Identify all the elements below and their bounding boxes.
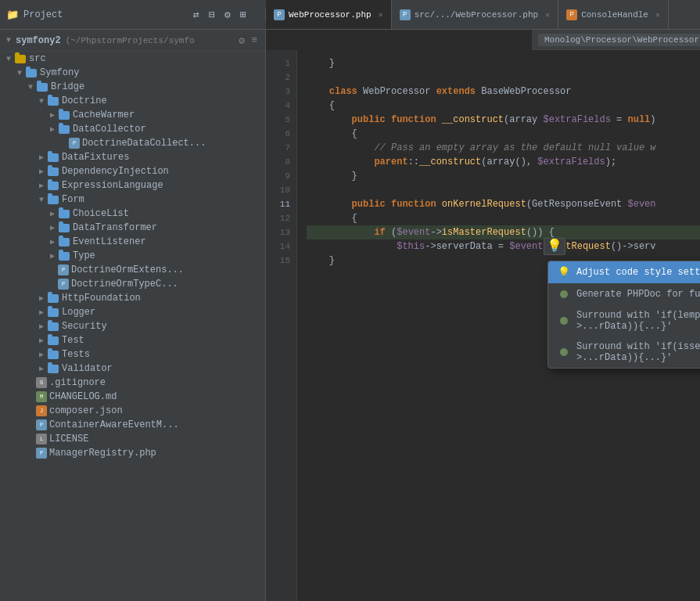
tree-item-logger[interactable]: ▶ Logger — [0, 305, 265, 319]
tree-item-test[interactable]: ▶ Test — [0, 333, 265, 347]
file-icon-managerregistry: P — [36, 448, 47, 459]
tree-item-doctrineormtypec[interactable]: ▶ P DoctrineOrmTypeC... — [0, 277, 265, 291]
line-num-14: 14 — [266, 239, 296, 254]
tab-close-src[interactable]: ✕ — [545, 10, 550, 20]
code-line-14: $this->serverData = $event->getRequest()… — [307, 239, 700, 254]
tree-arrow-httpfoundation: ▶ — [36, 293, 47, 303]
tree-item-expressionlanguage[interactable]: ▶ ExpressionLanguage — [0, 178, 265, 193]
line-num-9: 9 — [266, 169, 296, 183]
tree-item-datatransformer[interactable]: ▶ DataTransformer — [0, 221, 265, 235]
tree-arrow-type: ▶ — [47, 251, 58, 261]
tree-item-composer[interactable]: ▶ J composer.json — [0, 404, 265, 418]
main-area: ▼ symfony2 (~/PhpstormProjects/symfo ⚙ ≡… — [0, 30, 700, 601]
tree-arrow-symfony: ▼ — [14, 69, 25, 77]
tree-label-src: src — [29, 53, 46, 64]
line-num-5: 5 — [266, 113, 296, 127]
tab-icon-webprocessor: P — [274, 9, 285, 20]
tree-item-changelog[interactable]: ▶ M CHANGELOG.md — [0, 390, 265, 404]
tree-item-form[interactable]: ▼ Form — [0, 193, 265, 207]
expand-icon[interactable]: ⊞ — [237, 9, 249, 21]
tree-label-expressionlanguage: ExpressionLanguage — [62, 180, 163, 191]
tab-close-webprocessor[interactable]: ✕ — [379, 10, 383, 20]
settings-icon[interactable]: ⚙ — [221, 9, 234, 21]
tree-item-doctrinedatacollect[interactable]: ▶ P DoctrineDataCollect... — [0, 136, 265, 150]
tree-item-doctrine[interactable]: ▼ Doctrine — [0, 94, 265, 108]
tree-arrow-security: ▶ — [36, 322, 47, 331]
tree-arrow-datatransformer: ▶ — [47, 223, 58, 232]
tree-item-containeraware[interactable]: ▶ P ContainerAwareEventM... — [0, 418, 265, 432]
project-tools: ⚙ ≡ — [237, 34, 259, 47]
folder-icon-logger — [47, 307, 59, 318]
line-num-10: 10 — [266, 183, 296, 197]
tree-label-eventlistener: EventListener — [73, 236, 146, 247]
sidebar-header: 📁 Project ⇄ ⊟ ⚙ ⊞ — [0, 9, 266, 21]
folder-icon-choicelist — [58, 208, 70, 219]
context-menu-label-ifempty: Surround with 'if(lempty($this->...rData… — [576, 310, 700, 332]
tab-webprocessor[interactable]: P WebProcessor.php ✕ — [266, 0, 392, 29]
tree-item-datacollector[interactable]: ▶ DataCollector — [0, 122, 265, 136]
tree-item-src[interactable]: ▼ src — [0, 52, 265, 66]
tree-item-symfony[interactable]: ▼ Symfony — [0, 66, 265, 80]
sidebar-toggle-icon[interactable]: 📁 — [6, 9, 19, 21]
collapse-all-icon[interactable]: ⊟ — [206, 9, 218, 21]
tree-arrow-datafixtures: ▶ — [36, 153, 47, 162]
list-icon[interactable]: ≡ — [249, 34, 259, 47]
code-line-11: public function onKernelRequest(GetRespo… — [307, 197, 700, 211]
sync-icon[interactable]: ⇄ — [190, 9, 203, 21]
project-path: (~/PhpstormProjects/symfo — [66, 36, 195, 45]
tree-item-gitignore[interactable]: ▶ G .gitignore — [0, 376, 265, 390]
tree-item-managerregistry[interactable]: ▶ P ManagerRegistry.php — [0, 446, 265, 460]
tree-item-tests[interactable]: ▶ Tests — [0, 347, 265, 362]
line-num-11: 11 — [266, 197, 296, 211]
tree-label-gitignore: .gitignore — [49, 377, 106, 388]
tree-item-license[interactable]: ▶ L LICENSE — [0, 432, 265, 446]
tree-label-httpfoundation: HttpFoundation — [62, 293, 141, 304]
tree-item-datafixtures[interactable]: ▶ DataFixtures — [0, 150, 265, 164]
gutter-bulb-area: 💡 — [544, 238, 565, 254]
context-menu-label-phpdoc: Generate PHPDoc for function... — [576, 289, 700, 300]
folder-icon-doctrine — [47, 95, 59, 106]
tree-arrow-choicelist: ▶ — [47, 209, 58, 218]
tree-label-cachewarmer: CacheWarmer — [73, 110, 135, 121]
context-menu-item-surround-ifisset[interactable]: Surround with 'if(isset($this->...rData)… — [548, 336, 700, 368]
tab-label-src: src/.../WebProcessor.php — [415, 10, 538, 20]
tree-label-doctrinedatacollect: DoctrineDataCollect... — [82, 138, 206, 149]
context-menu-item-adjust-code-style[interactable]: 💡 Adjust code style settings — [548, 261, 700, 283]
tab-webprocessor-src[interactable]: P src/.../WebProcessor.php ✕ — [392, 0, 558, 29]
context-menu-icon-green3 — [558, 346, 570, 358]
file-icon-doctrinedatacollect: P — [69, 138, 80, 149]
tree-label-bridge: Bridge — [51, 81, 84, 92]
bulb-icon[interactable]: 💡 — [544, 238, 565, 255]
context-menu-item-surround-ifempty[interactable]: Surround with 'if(lempty($this->...rData… — [548, 305, 700, 336]
folder-icon-datafixtures — [47, 152, 59, 163]
file-icon-changelog: M — [36, 391, 47, 402]
folder-icon-validator — [47, 363, 59, 374]
context-menu: 💡 Adjust code style settings Generate PH… — [547, 261, 700, 369]
tab-consolehandle[interactable]: P ConsoleHandle ✕ — [558, 0, 669, 29]
code-line-5: public function __construct(array $extra… — [307, 113, 700, 127]
gear-icon[interactable]: ⚙ — [237, 34, 246, 47]
tree-item-httpfoundation[interactable]: ▶ HttpFoundation — [0, 291, 265, 305]
tab-label-webprocessor: WebProcessor.php — [289, 10, 372, 20]
line-num-4: 4 — [266, 99, 296, 113]
tab-close-console[interactable]: ✕ — [655, 10, 660, 20]
line-num-6: 6 — [266, 127, 296, 141]
tree-arrow-form: ▼ — [36, 196, 47, 204]
tree-item-eventlistener[interactable]: ▶ EventListener — [0, 235, 265, 249]
context-menu-item-generate-phpdoc[interactable]: Generate PHPDoc for function... ▶ — [548, 283, 700, 305]
tree-item-doctrineormextens[interactable]: ▶ P DoctrineOrmExtens... — [0, 263, 265, 277]
tree-item-dependencyinjection[interactable]: ▶ DependencyInjection — [0, 164, 265, 178]
tree-item-security[interactable]: ▶ Security — [0, 319, 265, 333]
folder-icon-security — [47, 321, 59, 332]
file-icon-license: L — [36, 434, 47, 444]
file-icon-doctrineormtypec: P — [58, 279, 69, 290]
breadcrumb-namespace[interactable]: Monolog\Processor\WebProcessor — [538, 34, 700, 46]
tree-item-bridge[interactable]: ▼ Bridge — [0, 80, 265, 94]
tree-item-choicelist[interactable]: ▶ ChoiceList — [0, 207, 265, 221]
tree-item-cachewarmer[interactable]: ▶ CacheWarmer — [0, 108, 265, 122]
tree-item-type[interactable]: ▶ Type — [0, 249, 265, 263]
tree-label-choicelist: ChoiceList — [73, 208, 129, 219]
tree-item-validator[interactable]: ▶ Validator — [0, 362, 265, 376]
tree-label-doctrineormextens: DoctrineOrmExtens... — [71, 265, 184, 275]
code-line-2 — [307, 70, 700, 85]
